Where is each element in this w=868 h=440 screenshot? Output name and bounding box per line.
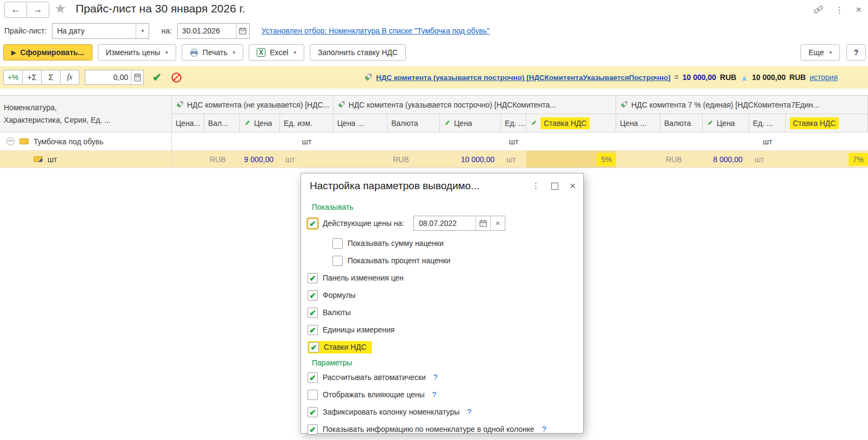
change-prices-button[interactable]: Изменить цены ▾	[98, 44, 176, 61]
date-input[interactable]: 30.01.2026	[177, 23, 250, 39]
column-header-nomenclature[interactable]: Номенклатура, Характеристика, Серия, Ед.…	[0, 96, 172, 132]
formulas-checkbox[interactable]	[308, 290, 318, 301]
on-date-label: на:	[161, 26, 171, 35]
group-row-cell[interactable]: шт	[616, 132, 868, 151]
subheader-price-type[interactable]: Цена ...	[616, 114, 660, 132]
maximize-icon[interactable]	[551, 183, 558, 190]
auto-calc-checkbox[interactable]	[308, 372, 318, 383]
generate-button[interactable]: ▶ Сформировать...	[3, 44, 92, 61]
cell-currency[interactable]: RUB	[660, 151, 703, 168]
subheader-unit[interactable]: Ед. изм.	[280, 114, 333, 132]
cell-price[interactable]: 8 000,00	[703, 151, 749, 168]
checkbox-label: Формулы	[323, 291, 356, 299]
effective-prices-checkbox[interactable]	[308, 218, 318, 229]
price-list-mode-select[interactable]: На дату ▾	[52, 23, 149, 39]
group-header-vat-not-specified[interactable]: НДС комитента (не указывается) [НДС...	[172, 96, 333, 114]
help-icon[interactable]: ?	[433, 373, 438, 382]
dialog-menu-icon[interactable]: ⋮	[532, 181, 540, 191]
change-value-input[interactable]: 0,00	[85, 70, 144, 85]
group-unit: шт	[501, 137, 526, 146]
subheader-currency[interactable]: Валюта	[660, 114, 703, 132]
cell-price[interactable]: 10 000,00	[440, 151, 501, 168]
cell-price-type[interactable]	[616, 151, 660, 168]
group-row-cell[interactable]: шт	[333, 132, 616, 151]
subheader-currency[interactable]: Валюта	[388, 114, 440, 132]
date-value: 08.07.2022	[414, 219, 476, 228]
subheader-currency[interactable]: Вал...	[204, 114, 240, 132]
cell-price[interactable]: 9 000,00	[240, 151, 280, 168]
cell-price-type[interactable]	[333, 151, 388, 168]
dialog-title-bar[interactable]: Настройка параметров выводимо... ⋮ ×	[301, 174, 583, 196]
link-icon[interactable]	[813, 5, 823, 15]
effective-prices-date-input[interactable]: 08.07.2022 ×	[413, 216, 505, 231]
detail-row-nomenclature-cell[interactable]: шт	[0, 151, 172, 168]
dialog-close-icon[interactable]: ×	[570, 180, 576, 192]
cell-vat-rate-selected[interactable]: 5%	[526, 151, 616, 168]
fill-vat-label: Заполнить ставку НДС	[318, 48, 398, 57]
chevron-down-icon[interactable]: ▾	[136, 24, 149, 38]
history-link[interactable]: история	[810, 73, 838, 82]
calendar-icon[interactable]	[236, 24, 249, 38]
cell-unit[interactable]: шт	[280, 151, 333, 168]
cell-unit[interactable]: шт	[501, 151, 526, 168]
group-row-nomenclature-cell[interactable]: Тумбочка под обувь	[0, 132, 172, 151]
price-panel-checkbox[interactable]	[308, 273, 318, 283]
subheader-price[interactable]: Цена	[440, 114, 501, 132]
print-button[interactable]: Печать ▾	[182, 44, 243, 61]
markup-amount-checkbox[interactable]	[332, 238, 343, 249]
fill-vat-button[interactable]: Заполнить ставку НДС	[310, 44, 406, 61]
equals-sign: =	[675, 73, 679, 82]
group-title: НДС комитента (указывается построчно) [Н…	[349, 101, 556, 109]
currencies-checkbox[interactable]	[308, 308, 318, 318]
cell-currency[interactable]: RUB	[388, 151, 440, 168]
help-icon[interactable]: ?	[432, 390, 437, 399]
close-window-icon[interactable]: ×	[856, 4, 862, 16]
favorite-star-icon[interactable]: ★	[55, 1, 66, 16]
vat-rates-highlight: Ставки НДС	[308, 341, 372, 354]
subheader-vat-rate[interactable]: Ставка НДС	[526, 114, 616, 132]
cancel-icon[interactable]	[171, 72, 182, 83]
vat-rates-checkbox[interactable]	[309, 342, 319, 352]
forward-button[interactable]: →	[26, 2, 49, 18]
add-percent-button[interactable]: +%	[3, 70, 23, 85]
more-menu-icon[interactable]: ⋮	[835, 5, 844, 15]
checkbox-row-influencing-prices: Отображать влияющие цены ?	[308, 389, 576, 401]
group-header-vat-per-line[interactable]: НДС комитента (указывается построчно) [Н…	[333, 96, 616, 114]
subheader-price[interactable]: Цена	[703, 114, 749, 132]
fix-column-checkbox[interactable]	[308, 407, 318, 417]
excel-button[interactable]: X Excel ▾	[249, 44, 304, 61]
filter-selection-link[interactable]: Установлен отбор: Номенклатура В списке …	[262, 26, 490, 35]
subheader-unit[interactable]: Ед. ...	[749, 114, 786, 132]
help-icon[interactable]: ?	[467, 408, 471, 416]
markup-percent-checkbox[interactable]	[332, 256, 343, 266]
group-row-cell[interactable]: шт	[172, 132, 333, 151]
clear-date-icon[interactable]: ×	[490, 216, 505, 230]
increase-indicator-icon: ▲	[740, 73, 748, 82]
calculator-icon[interactable]	[131, 70, 143, 84]
subheader-unit[interactable]: Ед. ...	[501, 114, 526, 132]
cell-price-type[interactable]	[172, 151, 204, 168]
help-button[interactable]: ?	[846, 44, 866, 61]
subheader-price-type[interactable]: Цена...	[172, 114, 204, 132]
collapse-icon[interactable]	[6, 137, 15, 145]
cell-currency[interactable]: RUB	[204, 151, 240, 168]
group-header-vat-7-single[interactable]: НДС комитента 7 % (единая) [НДСКомитента…	[616, 96, 868, 114]
subheader-vat-rate[interactable]: Ставка НДС	[786, 114, 868, 132]
delta-currency: RUB	[790, 73, 806, 82]
subheader-price-type[interactable]: Цена ...	[333, 114, 388, 132]
apply-check-icon[interactable]: ✔	[152, 71, 162, 84]
add-amount-button[interactable]: +Σ	[22, 70, 42, 85]
cell-vat-rate[interactable]: 7%	[786, 151, 868, 168]
formula-button[interactable]: fx	[60, 70, 79, 85]
calendar-icon[interactable]	[476, 216, 490, 230]
influencing-prices-checkbox[interactable]	[308, 390, 318, 400]
subheader-price[interactable]: Цена	[240, 114, 280, 132]
help-icon[interactable]: ?	[542, 425, 546, 434]
units-checkbox[interactable]	[308, 325, 318, 335]
set-amount-button[interactable]: Σ	[41, 70, 61, 85]
back-button[interactable]: ←	[4, 2, 27, 18]
vat-price-type-link[interactable]: НДС комитента (указывается построчно) [Н…	[376, 74, 671, 82]
more-button[interactable]: Еще ▾	[800, 44, 840, 61]
single-column-info-checkbox[interactable]	[308, 424, 318, 435]
cell-unit[interactable]: шт	[749, 151, 786, 168]
